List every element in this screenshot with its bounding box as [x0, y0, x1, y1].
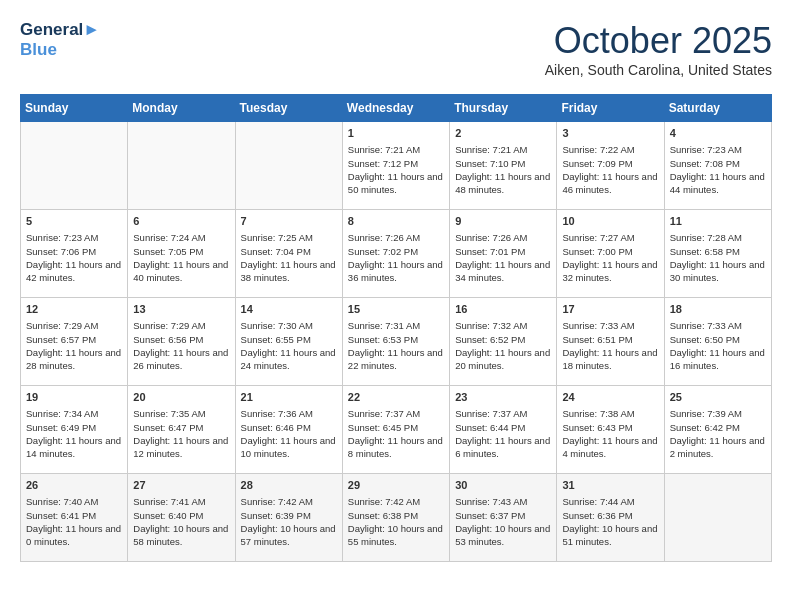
day-number: 21 [241, 390, 337, 405]
day-info: Sunrise: 7:35 AM Sunset: 6:47 PM Dayligh… [133, 407, 229, 460]
calendar-cell [21, 122, 128, 210]
day-number: 26 [26, 478, 122, 493]
day-info: Sunrise: 7:21 AM Sunset: 7:10 PM Dayligh… [455, 143, 551, 196]
day-header-sunday: Sunday [21, 95, 128, 122]
calendar-cell: 29Sunrise: 7:42 AM Sunset: 6:38 PM Dayli… [342, 474, 449, 562]
calendar-cell: 30Sunrise: 7:43 AM Sunset: 6:37 PM Dayli… [450, 474, 557, 562]
day-info: Sunrise: 7:37 AM Sunset: 6:44 PM Dayligh… [455, 407, 551, 460]
day-info: Sunrise: 7:29 AM Sunset: 6:57 PM Dayligh… [26, 319, 122, 372]
month-title: October 2025 [545, 20, 772, 62]
day-info: Sunrise: 7:29 AM Sunset: 6:56 PM Dayligh… [133, 319, 229, 372]
day-number: 5 [26, 214, 122, 229]
day-info: Sunrise: 7:33 AM Sunset: 6:51 PM Dayligh… [562, 319, 658, 372]
day-info: Sunrise: 7:34 AM Sunset: 6:49 PM Dayligh… [26, 407, 122, 460]
day-number: 9 [455, 214, 551, 229]
day-info: Sunrise: 7:22 AM Sunset: 7:09 PM Dayligh… [562, 143, 658, 196]
day-header-friday: Friday [557, 95, 664, 122]
calendar-cell [128, 122, 235, 210]
day-number: 18 [670, 302, 766, 317]
day-info: Sunrise: 7:40 AM Sunset: 6:41 PM Dayligh… [26, 495, 122, 548]
day-info: Sunrise: 7:36 AM Sunset: 6:46 PM Dayligh… [241, 407, 337, 460]
day-number: 30 [455, 478, 551, 493]
day-header-thursday: Thursday [450, 95, 557, 122]
calendar-cell: 1Sunrise: 7:21 AM Sunset: 7:12 PM Daylig… [342, 122, 449, 210]
day-info: Sunrise: 7:32 AM Sunset: 6:52 PM Dayligh… [455, 319, 551, 372]
calendar-cell: 28Sunrise: 7:42 AM Sunset: 6:39 PM Dayli… [235, 474, 342, 562]
calendar-cell: 4Sunrise: 7:23 AM Sunset: 7:08 PM Daylig… [664, 122, 771, 210]
day-number: 8 [348, 214, 444, 229]
day-header-wednesday: Wednesday [342, 95, 449, 122]
day-header-saturday: Saturday [664, 95, 771, 122]
logo-line2: Blue [20, 40, 100, 60]
day-number: 12 [26, 302, 122, 317]
calendar-cell: 5Sunrise: 7:23 AM Sunset: 7:06 PM Daylig… [21, 210, 128, 298]
day-header-monday: Monday [128, 95, 235, 122]
day-header-tuesday: Tuesday [235, 95, 342, 122]
day-info: Sunrise: 7:39 AM Sunset: 6:42 PM Dayligh… [670, 407, 766, 460]
page-header: General► Blue October 2025 Aiken, South … [20, 20, 772, 78]
day-number: 10 [562, 214, 658, 229]
calendar-cell: 11Sunrise: 7:28 AM Sunset: 6:58 PM Dayli… [664, 210, 771, 298]
day-number: 13 [133, 302, 229, 317]
day-number: 24 [562, 390, 658, 405]
day-info: Sunrise: 7:42 AM Sunset: 6:39 PM Dayligh… [241, 495, 337, 548]
calendar-cell: 2Sunrise: 7:21 AM Sunset: 7:10 PM Daylig… [450, 122, 557, 210]
day-info: Sunrise: 7:41 AM Sunset: 6:40 PM Dayligh… [133, 495, 229, 548]
calendar-cell: 13Sunrise: 7:29 AM Sunset: 6:56 PM Dayli… [128, 298, 235, 386]
day-number: 1 [348, 126, 444, 141]
day-info: Sunrise: 7:43 AM Sunset: 6:37 PM Dayligh… [455, 495, 551, 548]
day-number: 20 [133, 390, 229, 405]
logo: General► Blue [20, 20, 100, 59]
calendar-week-2: 5Sunrise: 7:23 AM Sunset: 7:06 PM Daylig… [21, 210, 772, 298]
title-block: October 2025 Aiken, South Carolina, Unit… [545, 20, 772, 78]
calendar-cell: 9Sunrise: 7:26 AM Sunset: 7:01 PM Daylig… [450, 210, 557, 298]
day-info: Sunrise: 7:37 AM Sunset: 6:45 PM Dayligh… [348, 407, 444, 460]
day-number: 3 [562, 126, 658, 141]
calendar-cell: 18Sunrise: 7:33 AM Sunset: 6:50 PM Dayli… [664, 298, 771, 386]
day-info: Sunrise: 7:24 AM Sunset: 7:05 PM Dayligh… [133, 231, 229, 284]
calendar-week-3: 12Sunrise: 7:29 AM Sunset: 6:57 PM Dayli… [21, 298, 772, 386]
calendar-cell: 23Sunrise: 7:37 AM Sunset: 6:44 PM Dayli… [450, 386, 557, 474]
day-number: 23 [455, 390, 551, 405]
day-number: 2 [455, 126, 551, 141]
day-info: Sunrise: 7:33 AM Sunset: 6:50 PM Dayligh… [670, 319, 766, 372]
day-info: Sunrise: 7:23 AM Sunset: 7:06 PM Dayligh… [26, 231, 122, 284]
day-number: 4 [670, 126, 766, 141]
calendar-week-5: 26Sunrise: 7:40 AM Sunset: 6:41 PM Dayli… [21, 474, 772, 562]
day-info: Sunrise: 7:27 AM Sunset: 7:00 PM Dayligh… [562, 231, 658, 284]
day-info: Sunrise: 7:44 AM Sunset: 6:36 PM Dayligh… [562, 495, 658, 548]
day-info: Sunrise: 7:42 AM Sunset: 6:38 PM Dayligh… [348, 495, 444, 548]
day-info: Sunrise: 7:23 AM Sunset: 7:08 PM Dayligh… [670, 143, 766, 196]
calendar-cell: 16Sunrise: 7:32 AM Sunset: 6:52 PM Dayli… [450, 298, 557, 386]
day-info: Sunrise: 7:38 AM Sunset: 6:43 PM Dayligh… [562, 407, 658, 460]
day-number: 11 [670, 214, 766, 229]
day-info: Sunrise: 7:26 AM Sunset: 7:01 PM Dayligh… [455, 231, 551, 284]
day-number: 31 [562, 478, 658, 493]
day-info: Sunrise: 7:21 AM Sunset: 7:12 PM Dayligh… [348, 143, 444, 196]
calendar-cell: 6Sunrise: 7:24 AM Sunset: 7:05 PM Daylig… [128, 210, 235, 298]
calendar-cell: 10Sunrise: 7:27 AM Sunset: 7:00 PM Dayli… [557, 210, 664, 298]
day-number: 19 [26, 390, 122, 405]
day-number: 14 [241, 302, 337, 317]
location: Aiken, South Carolina, United States [545, 62, 772, 78]
calendar-cell: 3Sunrise: 7:22 AM Sunset: 7:09 PM Daylig… [557, 122, 664, 210]
day-info: Sunrise: 7:25 AM Sunset: 7:04 PM Dayligh… [241, 231, 337, 284]
calendar-cell [664, 474, 771, 562]
calendar-week-4: 19Sunrise: 7:34 AM Sunset: 6:49 PM Dayli… [21, 386, 772, 474]
calendar-cell: 26Sunrise: 7:40 AM Sunset: 6:41 PM Dayli… [21, 474, 128, 562]
day-info: Sunrise: 7:30 AM Sunset: 6:55 PM Dayligh… [241, 319, 337, 372]
calendar-cell [235, 122, 342, 210]
logo-line1: General► [20, 20, 100, 40]
day-number: 7 [241, 214, 337, 229]
day-number: 22 [348, 390, 444, 405]
calendar-cell: 22Sunrise: 7:37 AM Sunset: 6:45 PM Dayli… [342, 386, 449, 474]
day-info: Sunrise: 7:31 AM Sunset: 6:53 PM Dayligh… [348, 319, 444, 372]
calendar-cell: 12Sunrise: 7:29 AM Sunset: 6:57 PM Dayli… [21, 298, 128, 386]
day-number: 17 [562, 302, 658, 317]
calendar-cell: 15Sunrise: 7:31 AM Sunset: 6:53 PM Dayli… [342, 298, 449, 386]
calendar-cell: 24Sunrise: 7:38 AM Sunset: 6:43 PM Dayli… [557, 386, 664, 474]
calendar-cell: 7Sunrise: 7:25 AM Sunset: 7:04 PM Daylig… [235, 210, 342, 298]
calendar-cell: 25Sunrise: 7:39 AM Sunset: 6:42 PM Dayli… [664, 386, 771, 474]
day-number: 29 [348, 478, 444, 493]
calendar-cell: 31Sunrise: 7:44 AM Sunset: 6:36 PM Dayli… [557, 474, 664, 562]
